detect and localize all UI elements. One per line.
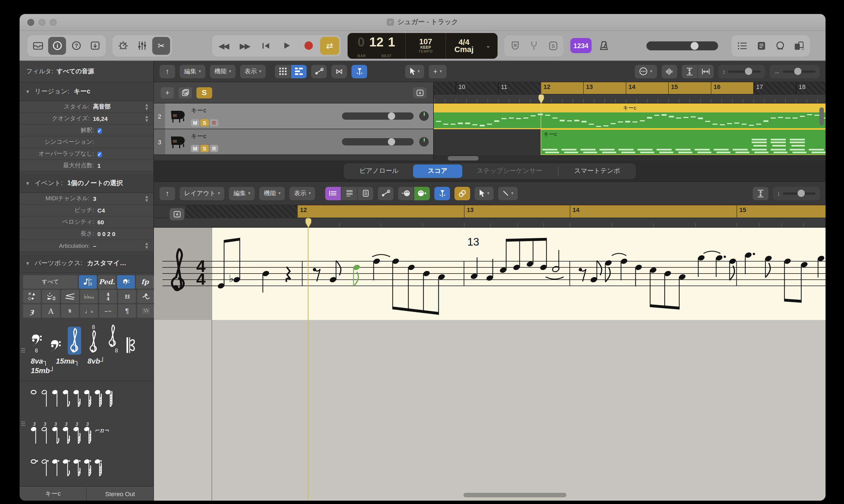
partbox-dynamics-button[interactable]: fp	[136, 275, 154, 289]
score-bar-ruler[interactable]: 12131415	[154, 205, 826, 218]
mute-button[interactable]: M	[191, 145, 199, 152]
tracks-timeline[interactable]: 10111213141516171819 キーcキーc	[434, 82, 826, 161]
tab-3[interactable]: スマートテンポ	[560, 164, 635, 178]
bar-ruler[interactable]: 10111213141516171819	[434, 82, 826, 94]
clef-bass-clef[interactable]	[49, 338, 62, 355]
command-tool-menu[interactable]: +▾	[429, 65, 446, 78]
dotted-note-5[interactable]	[84, 456, 92, 483]
automation-icon[interactable]	[311, 65, 327, 78]
chevron-down-icon[interactable]: ▼	[25, 89, 30, 94]
add-track-button[interactable]: +	[161, 87, 174, 98]
cycle-range[interactable]	[297, 205, 826, 218]
lcd-tempo[interactable]: 107 KEEP TEMPO	[406, 33, 446, 58]
partbox-notes-button[interactable]: 3	[79, 275, 97, 289]
event-section-header[interactable]: ▼ イベント: 1個のノートの選択	[20, 174, 153, 193]
hide-tracks-icon[interactable]: ↑	[159, 65, 175, 78]
partbox-segno-button[interactable]: 𝄋	[61, 304, 79, 318]
triplet-note-4[interactable]: 3	[73, 421, 81, 448]
dotted-note-6[interactable]	[94, 456, 102, 483]
score-pencil-tool-menu[interactable]: ▾	[498, 186, 518, 200]
partbox-quarter-rest-button[interactable]: ȝ	[23, 304, 41, 318]
track-header-3[interactable]: 3キーcMSR	[154, 129, 433, 155]
octave-15ma[interactable]: 15ma┐	[56, 357, 80, 365]
duplicate-track-button[interactable]	[178, 87, 192, 98]
metronome-icon[interactable]	[595, 37, 613, 55]
event-param-row[interactable]: ベロシティ:60	[20, 216, 153, 228]
region-param-value[interactable]: 1	[98, 162, 149, 169]
vertical-zoom-icon[interactable]	[681, 65, 697, 78]
partbox-slurs-button[interactable]: ⌣⌢	[99, 304, 117, 318]
record-enable-button[interactable]: R	[210, 145, 218, 152]
octave-8vb[interactable]: 8vb┘	[88, 357, 105, 365]
score-edit-menu[interactable]: 編集▾	[229, 186, 255, 200]
duration-note-6[interactable]	[94, 386, 102, 413]
record-enable-button[interactable]: R	[210, 119, 218, 126]
drag-handle-icon[interactable]: ☰	[21, 421, 26, 427]
dotted-note-4[interactable]	[73, 456, 81, 483]
region-param-value[interactable]: ✓	[98, 127, 149, 134]
play-button[interactable]	[278, 37, 297, 55]
hide-editor-icon[interactable]: ↑	[159, 186, 175, 200]
track-pan-knob[interactable]	[419, 137, 429, 147]
horizontal-zoom-slider[interactable]: ↔	[770, 65, 820, 78]
region-param-value[interactable]: 高音部	[93, 103, 144, 111]
music-notation[interactable]: 4413♭	[154, 228, 826, 501]
duration-note-1[interactable]	[41, 386, 49, 413]
vertical-auto-zoom-icon[interactable]	[753, 186, 768, 200]
catch-playhead-icon[interactable]	[351, 65, 367, 78]
octave-15mb[interactable]: 15mb┘	[31, 366, 55, 375]
loop-browser-icon[interactable]	[771, 37, 789, 55]
note-pads-icon[interactable]	[752, 37, 770, 55]
region-param-row[interactable]: オーバーラップなし:✓	[20, 148, 153, 160]
zoom-button[interactable]	[50, 19, 56, 25]
region-param-row[interactable]: クオンタイズ:16,24▲▼	[20, 113, 153, 125]
toolbar-toggle-icon[interactable]	[86, 37, 104, 55]
tracks-view-menu[interactable]: 表示▾	[240, 65, 266, 78]
stepper-icon[interactable]: ▲▼	[144, 195, 149, 202]
score-view-menu[interactable]: 表示▾	[289, 186, 315, 200]
list-editors-icon[interactable]	[733, 37, 751, 55]
triplet-note-3[interactable]: 3	[63, 421, 71, 448]
clef-alto-clef[interactable]	[125, 336, 136, 355]
forward-button[interactable]: ▶▶	[235, 37, 254, 55]
partbox-pedal-button[interactable]: Ped.	[98, 275, 116, 289]
clef-treble-clef-8vb[interactable]: 8	[106, 323, 119, 355]
solo-button[interactable]: S	[200, 119, 209, 126]
grid-view-icon[interactable]	[275, 65, 291, 78]
region-param-value[interactable]: ✓	[98, 150, 149, 158]
tuplet-bracket[interactable]: ⌐n¬	[94, 427, 109, 434]
partbox-accents-button[interactable]	[42, 290, 60, 303]
smart-controls-icon[interactable]	[114, 37, 132, 55]
duration-note-3[interactable]	[63, 386, 71, 413]
event-param-value[interactable]: 0 0 2 0	[98, 231, 149, 237]
track-volume-slider[interactable]	[342, 138, 414, 145]
checkbox-checked[interactable]: ✓	[98, 128, 102, 133]
track-stack-icon[interactable]	[413, 87, 426, 98]
partbox-repeat-barlines-button[interactable]: ‖:‖	[118, 290, 136, 303]
event-param-value[interactable]: C4	[98, 207, 149, 214]
track-volume-slider[interactable]	[342, 112, 414, 120]
catch-playhead-icon[interactable]	[435, 186, 450, 200]
tuner-icon[interactable]	[525, 37, 543, 55]
insert-defaults-icon[interactable]	[170, 208, 184, 220]
score-playhead[interactable]	[308, 218, 309, 501]
close-button[interactable]	[28, 19, 34, 25]
event-param-value[interactable]: –	[93, 242, 144, 249]
partbox-clef-button[interactable]	[117, 275, 135, 289]
chevron-down-icon[interactable]: ▼	[25, 180, 30, 186]
triplet-note-2[interactable]: 3	[52, 421, 60, 448]
go-to-beginning-button[interactable]	[256, 37, 275, 55]
dotted-note-1[interactable]	[41, 456, 49, 483]
dotted-note-2[interactable]	[52, 456, 60, 483]
vertical-zoom-slider[interactable]: ↕	[718, 65, 765, 78]
master-volume-knob[interactable]	[691, 42, 699, 50]
event-param-row[interactable]: Articulation:–▲▼	[20, 240, 153, 252]
automation-icon[interactable]	[378, 186, 394, 200]
partbox-all-button[interactable]: すべて	[23, 275, 78, 289]
waveform-zoom-icon[interactable]	[661, 65, 677, 78]
event-param-value[interactable]: 60	[98, 219, 149, 226]
tracks-functions-menu[interactable]: 機能▾	[210, 65, 235, 78]
partbox-text-button[interactable]: A	[42, 304, 60, 318]
dotted-note-0[interactable]	[31, 456, 39, 483]
score-beat-ruler[interactable]	[154, 218, 826, 228]
